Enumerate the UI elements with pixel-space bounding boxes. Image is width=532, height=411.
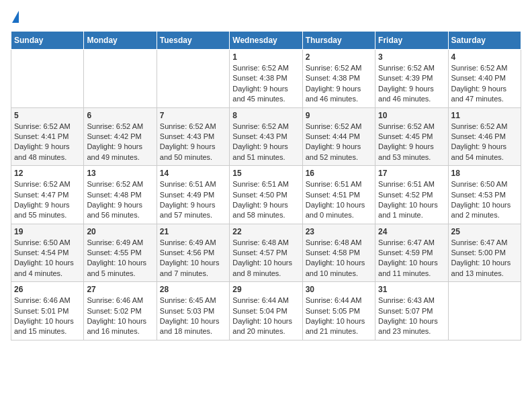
day-info: Sunrise: 6:52 AM Sunset: 4:38 PM Dayligh… (232, 63, 299, 105)
calendar-cell (11, 50, 84, 108)
calendar-cell: 17Sunrise: 6:51 AM Sunset: 4:52 PM Dayli… (375, 166, 448, 224)
calendar-cell: 6Sunrise: 6:52 AM Sunset: 4:42 PM Daylig… (84, 107, 157, 166)
day-number: 6 (87, 111, 153, 120)
day-number: 1 (232, 52, 299, 62)
day-number: 18 (451, 169, 518, 178)
day-info: Sunrise: 6:46 AM Sunset: 5:01 PM Dayligh… (14, 295, 81, 337)
weekday-header-sunday: Sunday (11, 32, 84, 50)
day-info: Sunrise: 6:44 AM Sunset: 5:04 PM Dayligh… (232, 295, 299, 337)
day-info: Sunrise: 6:51 AM Sunset: 4:49 PM Dayligh… (160, 179, 226, 221)
calendar-cell: 5Sunrise: 6:52 AM Sunset: 4:41 PM Daylig… (11, 107, 84, 166)
calendar-cell: 1Sunrise: 6:52 AM Sunset: 4:38 PM Daylig… (230, 50, 302, 108)
day-info: Sunrise: 6:52 AM Sunset: 4:47 PM Dayligh… (14, 179, 81, 221)
day-info: Sunrise: 6:50 AM Sunset: 4:54 PM Dayligh… (14, 238, 81, 279)
calendar-week-row: 26Sunrise: 6:46 AM Sunset: 5:01 PM Dayli… (11, 282, 521, 340)
day-info: Sunrise: 6:51 AM Sunset: 4:52 PM Dayligh… (378, 179, 445, 221)
calendar-cell: 23Sunrise: 6:48 AM Sunset: 4:58 PM Dayli… (302, 224, 375, 282)
day-info: Sunrise: 6:51 AM Sunset: 4:50 PM Dayligh… (232, 179, 299, 221)
calendar-cell: 19Sunrise: 6:50 AM Sunset: 4:54 PM Dayli… (11, 224, 84, 282)
day-info: Sunrise: 6:52 AM Sunset: 4:38 PM Dayligh… (306, 63, 372, 105)
day-number: 21 (160, 227, 226, 236)
calendar-cell: 31Sunrise: 6:43 AM Sunset: 5:07 PM Dayli… (375, 282, 448, 340)
day-number: 2 (306, 52, 372, 62)
calendar-cell: 9Sunrise: 6:52 AM Sunset: 4:44 PM Daylig… (302, 107, 375, 166)
day-number: 11 (451, 111, 518, 120)
day-number: 8 (232, 111, 299, 120)
calendar-table: SundayMondayTuesdayWednesdayThursdayFrid… (11, 31, 521, 340)
calendar-cell: 3Sunrise: 6:52 AM Sunset: 4:39 PM Daylig… (375, 50, 448, 108)
day-info: Sunrise: 6:52 AM Sunset: 4:40 PM Dayligh… (451, 63, 518, 105)
calendar-cell: 22Sunrise: 6:48 AM Sunset: 4:57 PM Dayli… (230, 224, 302, 282)
day-number: 26 (14, 285, 81, 294)
calendar-cell: 12Sunrise: 6:52 AM Sunset: 4:47 PM Dayli… (11, 166, 84, 224)
calendar-week-row: 1Sunrise: 6:52 AM Sunset: 4:38 PM Daylig… (11, 50, 521, 108)
day-number: 17 (378, 169, 445, 178)
day-number: 20 (87, 227, 153, 236)
day-info: Sunrise: 6:48 AM Sunset: 4:57 PM Dayligh… (232, 238, 299, 279)
day-info: Sunrise: 6:47 AM Sunset: 4:59 PM Dayligh… (378, 238, 445, 279)
calendar-cell: 27Sunrise: 6:46 AM Sunset: 5:02 PM Dayli… (84, 282, 157, 340)
day-number: 10 (378, 111, 445, 120)
day-info: Sunrise: 6:52 AM Sunset: 4:44 PM Dayligh… (306, 122, 372, 163)
day-number: 27 (87, 285, 153, 294)
day-number: 16 (306, 169, 372, 178)
day-info: Sunrise: 6:52 AM Sunset: 4:45 PM Dayligh… (378, 122, 445, 163)
day-info: Sunrise: 6:48 AM Sunset: 4:58 PM Dayligh… (306, 238, 372, 279)
day-info: Sunrise: 6:49 AM Sunset: 4:56 PM Dayligh… (160, 238, 226, 279)
calendar-cell: 30Sunrise: 6:44 AM Sunset: 5:05 PM Dayli… (302, 282, 375, 340)
day-info: Sunrise: 6:43 AM Sunset: 5:07 PM Dayligh… (378, 295, 445, 337)
day-info: Sunrise: 6:52 AM Sunset: 4:42 PM Dayligh… (87, 122, 153, 163)
weekday-header-thursday: Thursday (302, 32, 375, 50)
calendar-cell: 26Sunrise: 6:46 AM Sunset: 5:01 PM Dayli… (11, 282, 84, 340)
day-info: Sunrise: 6:51 AM Sunset: 4:51 PM Dayligh… (306, 179, 372, 221)
day-number: 5 (14, 111, 81, 120)
calendar-cell: 11Sunrise: 6:52 AM Sunset: 4:46 PM Dayli… (448, 107, 521, 166)
day-info: Sunrise: 6:52 AM Sunset: 4:48 PM Dayligh… (87, 179, 153, 221)
day-info: Sunrise: 6:52 AM Sunset: 4:46 PM Dayligh… (451, 122, 518, 163)
day-number: 29 (232, 285, 299, 294)
calendar-cell: 25Sunrise: 6:47 AM Sunset: 5:00 PM Dayli… (448, 224, 521, 282)
day-info: Sunrise: 6:45 AM Sunset: 5:03 PM Dayligh… (160, 295, 226, 337)
day-info: Sunrise: 6:44 AM Sunset: 5:05 PM Dayligh… (306, 295, 372, 337)
calendar-cell: 14Sunrise: 6:51 AM Sunset: 4:49 PM Dayli… (157, 166, 229, 224)
logo-triangle-icon (12, 11, 19, 23)
day-number: 15 (232, 169, 299, 178)
day-info: Sunrise: 6:52 AM Sunset: 4:39 PM Dayligh… (378, 63, 445, 105)
weekday-header-saturday: Saturday (448, 32, 521, 50)
day-info: Sunrise: 6:46 AM Sunset: 5:02 PM Dayligh… (87, 295, 153, 337)
calendar-cell: 29Sunrise: 6:44 AM Sunset: 5:04 PM Dayli… (230, 282, 302, 340)
day-info: Sunrise: 6:52 AM Sunset: 4:43 PM Dayligh… (160, 122, 226, 163)
day-number: 7 (160, 111, 226, 120)
day-number: 12 (14, 169, 81, 178)
calendar-cell: 20Sunrise: 6:49 AM Sunset: 4:55 PM Dayli… (84, 224, 157, 282)
day-number: 25 (451, 227, 518, 236)
day-number: 31 (378, 285, 445, 294)
calendar-cell: 13Sunrise: 6:52 AM Sunset: 4:48 PM Dayli… (84, 166, 157, 224)
day-number: 14 (160, 169, 226, 178)
calendar-cell: 15Sunrise: 6:51 AM Sunset: 4:50 PM Dayli… (230, 166, 302, 224)
weekday-header-tuesday: Tuesday (157, 32, 229, 50)
day-info: Sunrise: 6:52 AM Sunset: 4:43 PM Dayligh… (232, 122, 299, 163)
day-number: 24 (378, 227, 445, 236)
calendar-cell: 7Sunrise: 6:52 AM Sunset: 4:43 PM Daylig… (157, 107, 229, 166)
day-number: 4 (451, 52, 518, 62)
day-number: 19 (14, 227, 81, 236)
day-info: Sunrise: 6:47 AM Sunset: 5:00 PM Dayligh… (451, 238, 518, 279)
day-number: 23 (306, 227, 372, 236)
weekday-header-monday: Monday (84, 32, 157, 50)
day-info: Sunrise: 6:49 AM Sunset: 4:55 PM Dayligh… (87, 238, 153, 279)
calendar-cell (157, 50, 229, 108)
day-info: Sunrise: 6:52 AM Sunset: 4:41 PM Dayligh… (14, 122, 81, 163)
calendar-cell: 16Sunrise: 6:51 AM Sunset: 4:51 PM Dayli… (302, 166, 375, 224)
logo (11, 11, 19, 23)
day-number: 22 (232, 227, 299, 236)
weekday-header-row: SundayMondayTuesdayWednesdayThursdayFrid… (11, 32, 521, 50)
calendar-cell: 28Sunrise: 6:45 AM Sunset: 5:03 PM Dayli… (157, 282, 229, 340)
day-number: 13 (87, 169, 153, 178)
calendar-cell: 24Sunrise: 6:47 AM Sunset: 4:59 PM Dayli… (375, 224, 448, 282)
calendar-cell: 10Sunrise: 6:52 AM Sunset: 4:45 PM Dayli… (375, 107, 448, 166)
calendar-cell: 21Sunrise: 6:49 AM Sunset: 4:56 PM Dayli… (157, 224, 229, 282)
day-number: 3 (378, 52, 445, 62)
calendar-week-row: 5Sunrise: 6:52 AM Sunset: 4:41 PM Daylig… (11, 107, 521, 166)
calendar-cell: 18Sunrise: 6:50 AM Sunset: 4:53 PM Dayli… (448, 166, 521, 224)
